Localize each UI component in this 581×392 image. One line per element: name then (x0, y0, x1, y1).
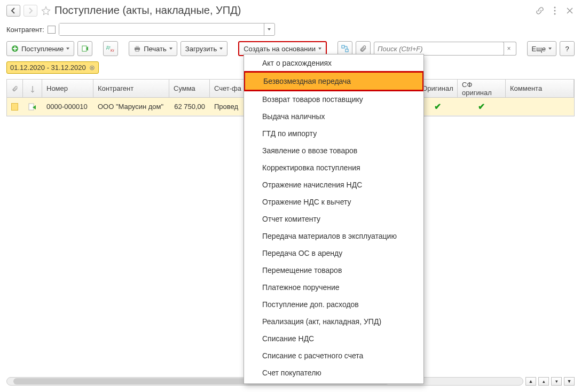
svg-point-2 (554, 13, 556, 14)
sort-icon (30, 85, 35, 92)
menu-item[interactable]: Списание с расчетного счета (244, 347, 423, 364)
menu-item[interactable]: Безвозмездная передача (244, 71, 424, 91)
create-doc-label: Поступление (21, 45, 64, 53)
print-icon (134, 45, 141, 52)
counterparty-combo[interactable] (59, 23, 275, 36)
create-based-on-menu: Акт о расхожденияхБезвозмездная передача… (244, 54, 424, 384)
check-icon: ✔ (478, 101, 485, 112)
cell-sum: 62 750,00 (169, 98, 210, 115)
svg-rect-12 (29, 104, 34, 110)
counterparty-label: Контрагент: (6, 26, 44, 34)
dtct-button[interactable]: ДтКт (103, 41, 118, 56)
date-filter-label: 01.12.2020 - 31.12.2020 (10, 64, 86, 72)
create-doc-button[interactable]: Поступление (6, 41, 74, 56)
col-number[interactable]: Номер (42, 80, 93, 97)
counterparty-combo-arrow[interactable] (264, 23, 274, 35)
col-comment[interactable]: Коммента (506, 80, 574, 97)
menu-item[interactable]: Передача материалов в эксплуатацию (244, 228, 423, 245)
svg-text:Кт: Кт (111, 49, 115, 52)
svg-rect-9 (136, 50, 139, 51)
back-button[interactable] (6, 5, 20, 17)
help-label: ? (565, 45, 569, 53)
svg-rect-4 (82, 46, 87, 51)
menu-item[interactable]: Выдача наличных (244, 108, 423, 125)
menu-dots-icon[interactable] (550, 6, 560, 15)
menu-item[interactable]: Поступление доп. расходов (244, 296, 423, 313)
menu-item[interactable]: Реализация (акт, накладная, УПД) (244, 313, 423, 330)
col-mark[interactable] (23, 80, 42, 97)
load-label: Загрузить (185, 45, 217, 53)
col-sforiginal[interactable]: СФ оригинал (458, 80, 506, 97)
svg-rect-11 (346, 49, 348, 52)
clip-icon (359, 45, 367, 52)
col-original[interactable]: Оригинал (418, 80, 458, 97)
svg-point-0 (554, 6, 556, 8)
load-button[interactable]: Загрузить (180, 41, 227, 56)
help-button[interactable]: ? (560, 41, 575, 56)
counterparty-input[interactable] (59, 23, 264, 35)
menu-item[interactable]: Заявление о ввозе товаров (244, 142, 423, 159)
menu-item[interactable]: Отчет комитенту (244, 210, 423, 228)
scroll-down-button[interactable]: ▾ (551, 377, 562, 386)
clip-icon (12, 85, 18, 92)
menu-item[interactable]: Счет-фактура полученный (244, 381, 423, 384)
posted-doc-icon (28, 103, 37, 111)
menu-item[interactable]: Списание НДС (244, 330, 423, 347)
date-filter-clear[interactable]: ⊗ (89, 64, 95, 72)
check-icon: ✔ (434, 101, 441, 112)
plus-icon (11, 45, 19, 52)
date-filter-chip[interactable]: 01.12.2020 - 31.12.2020 ⊗ (6, 61, 99, 74)
structure-icon (341, 45, 349, 52)
cell-counterparty: ООО "Марусин дом" (93, 98, 169, 115)
col-sum[interactable]: Сумма (169, 80, 210, 97)
counterparty-checkbox[interactable] (48, 26, 56, 34)
print-button[interactable]: Печать (129, 41, 177, 56)
forward-button[interactable] (23, 5, 37, 17)
col-counterparty[interactable]: Контрагент (93, 80, 169, 97)
refresh-icon (81, 45, 89, 52)
favorite-star-icon[interactable] (41, 5, 51, 16)
row-marker-icon (11, 103, 18, 111)
refresh-button[interactable] (77, 41, 92, 56)
col-attach[interactable] (7, 80, 23, 97)
menu-item[interactable]: Корректировка поступления (244, 159, 423, 176)
page-title: Поступление (акты, накладные, УПД) (54, 4, 532, 17)
svg-point-1 (554, 10, 556, 11)
more-label: Еще (532, 45, 546, 53)
dtct-icon: ДтКт (106, 45, 115, 52)
menu-item[interactable]: Платежное поручение (244, 279, 423, 296)
menu-item[interactable]: ГТД по импорту (244, 125, 423, 142)
scroll-top-button[interactable]: ▲ (525, 377, 536, 386)
menu-item[interactable]: Возврат товаров поставщику (244, 91, 423, 108)
more-button[interactable]: Еще (527, 41, 556, 56)
print-label: Печать (144, 45, 167, 53)
menu-item[interactable]: Передача ОС в аренду (244, 245, 423, 262)
svg-rect-10 (342, 45, 344, 48)
scroll-bottom-button[interactable]: ▼ (564, 377, 575, 386)
cell-number: 0000-000010 (42, 98, 93, 115)
svg-rect-8 (136, 46, 139, 48)
menu-item[interactable]: Перемещение товаров (244, 262, 423, 279)
clear-search-button[interactable]: × (503, 42, 516, 56)
scroll-up-button[interactable]: ▴ (538, 377, 549, 386)
close-icon[interactable] (565, 6, 575, 15)
link-icon[interactable] (535, 6, 545, 15)
create-based-on-label: Создать на основании (244, 45, 316, 53)
menu-item[interactable]: Отражение начисления НДС (244, 176, 423, 193)
menu-item[interactable]: Отражение НДС к вычету (244, 193, 423, 210)
menu-item[interactable]: Акт о расхождениях (244, 54, 423, 72)
cell-invoice: Провед (214, 103, 238, 111)
menu-item[interactable]: Счет покупателю (244, 364, 423, 381)
